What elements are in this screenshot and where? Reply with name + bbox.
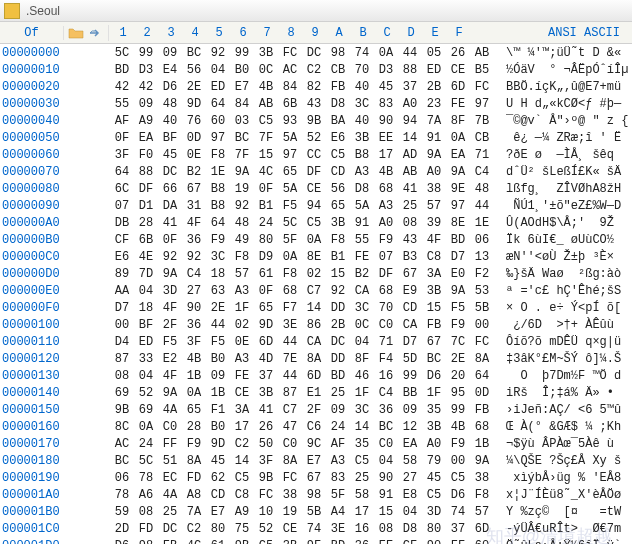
hex-byte[interactable]: CE (230, 386, 254, 400)
hex-byte[interactable]: A6 (134, 488, 158, 502)
hex-byte[interactable]: 68 (374, 284, 398, 298)
hex-byte[interactable]: DA (158, 199, 182, 213)
hex-byte[interactable]: 8E (446, 216, 470, 230)
hex-byte[interactable]: F8 (470, 488, 494, 502)
hex-col-header[interactable]: 3 (159, 26, 183, 40)
hex-byte[interactable]: 9D (182, 97, 206, 111)
hex-byte[interactable]: C5 (422, 488, 446, 502)
hex-byte[interactable]: FE (446, 97, 470, 111)
hex-row[interactable]: 0000009007D1DA31B892B1F594655AA325579744… (0, 197, 632, 214)
hex-byte[interactable]: 35 (422, 403, 446, 417)
hex-byte[interactable]: 7F (230, 148, 254, 162)
offset-cell[interactable]: 00000000 (0, 46, 64, 60)
hex-byte[interactable]: C4 (182, 267, 206, 281)
hex-byte[interactable]: 5A (350, 199, 374, 213)
hex-byte[interactable]: 62 (206, 471, 230, 485)
hex-byte[interactable]: 27 (398, 471, 422, 485)
hex-byte[interactable]: DF (134, 182, 158, 196)
hex-byte[interactable]: 67 (182, 182, 206, 196)
hex-byte[interactable]: CB (470, 131, 494, 145)
hex-byte[interactable]: 47 (278, 420, 302, 434)
hex-byte[interactable]: DD (326, 352, 350, 366)
hex-byte[interactable]: 5C (110, 46, 134, 60)
hex-byte[interactable]: 41 (254, 403, 278, 417)
offset-cell[interactable]: 00000140 (0, 386, 64, 400)
hex-byte[interactable]: 0A (182, 386, 206, 400)
hex-byte[interactable]: D6 (422, 369, 446, 383)
hex-byte[interactable]: 91 (374, 488, 398, 502)
ascii-cell[interactable]: ½ÓäV ° ¬ÂËpÓˆíÎµ (494, 63, 628, 77)
ascii-cell[interactable]: ‡3âK°£M~ŠÝ ô]¼.Š (494, 352, 621, 366)
ascii-cell[interactable]: ›iJeñ:AÇ/ <6 5™û (494, 403, 621, 417)
hex-byte[interactable]: 09 (134, 97, 158, 111)
ascii-cell[interactable]: ª ='c£ hÇ'Êhé;šS (494, 284, 621, 298)
ascii-cell[interactable]: Œ À(° &GÆ$ ¼ ;Kh (494, 420, 621, 434)
hex-byte[interactable]: 9F (302, 539, 326, 545)
hex-byte[interactable]: 4F (422, 233, 446, 247)
hex-byte[interactable]: 74 (302, 522, 326, 536)
hex-byte[interactable]: 86 (302, 318, 326, 332)
hex-row[interactable]: 000000603FF0450EF87F1597CCC5B817AD9AEA71… (0, 146, 632, 163)
ascii-cell[interactable]: xìýbÅ›üg % 'EÅ8 (494, 471, 621, 485)
hex-byte[interactable]: 4F (182, 216, 206, 230)
hex-row[interactable]: 000000E0AA043D2763A30F68C792CA68E93B9A53… (0, 282, 632, 299)
hex-byte[interactable]: 0F (254, 284, 278, 298)
hex-byte[interactable]: 05 (422, 46, 446, 60)
hex-byte[interactable]: E0 (446, 267, 470, 281)
hex-row[interactable]: 000000B0CF6B0F36F949805F0AF855F9434FBD06… (0, 231, 632, 248)
hex-byte[interactable]: B8 (206, 199, 230, 213)
hex-byte[interactable]: 7B (470, 114, 494, 128)
hex-byte[interactable]: 0A (374, 46, 398, 60)
hex-byte[interactable]: 8A (278, 454, 302, 468)
hex-byte[interactable]: 91 (422, 131, 446, 145)
hex-row[interactable]: 000000005C9909BC92993BFCDC98740A440526AB… (0, 44, 632, 61)
hex-byte[interactable]: BD (326, 539, 350, 545)
hex-byte[interactable]: C0 (374, 437, 398, 451)
hex-byte[interactable]: 38 (278, 488, 302, 502)
hex-byte[interactable]: ED (134, 335, 158, 349)
hex-byte[interactable]: 97 (206, 131, 230, 145)
ascii-cell[interactable]: U H d„«kCØ<ƒ #þ— (494, 97, 621, 111)
hex-byte[interactable]: CD (398, 301, 422, 315)
ascii-cell[interactable]: Û(AOdH$\Å;' 9Ž (494, 216, 614, 230)
hex-byte[interactable]: F8 (206, 148, 230, 162)
hex-byte[interactable]: 3C (350, 301, 374, 315)
hex-row[interactable]: 000000D0897D9AC4185761F80215B2DF673AE0F2… (0, 265, 632, 282)
offset-cell[interactable]: 00000020 (0, 80, 64, 94)
hex-byte[interactable]: 9D (206, 437, 230, 451)
hex-byte[interactable]: 50 (254, 437, 278, 451)
hex-byte[interactable]: F2 (470, 267, 494, 281)
hex-byte[interactable]: F5 (206, 335, 230, 349)
ascii-cell[interactable]: × O . e÷ Ý<pÍ õ[ (494, 301, 621, 315)
hex-byte[interactable]: 65 (326, 199, 350, 213)
hex-byte[interactable]: 3E (278, 318, 302, 332)
hex-byte[interactable]: CA (398, 318, 422, 332)
hex-byte[interactable]: 97 (278, 148, 302, 162)
hex-byte[interactable]: 88 (134, 165, 158, 179)
hex-byte[interactable]: 58 (398, 454, 422, 468)
hex-byte[interactable]: 0A (446, 131, 470, 145)
hex-byte[interactable]: 28 (134, 216, 158, 230)
hex-byte[interactable]: 65 (254, 301, 278, 315)
hex-byte[interactable]: 9E (446, 182, 470, 196)
hex-byte[interactable]: EE (374, 131, 398, 145)
offset-cell[interactable]: 00000120 (0, 352, 64, 366)
hex-byte[interactable]: 15 (254, 148, 278, 162)
hex-byte[interactable]: FC (470, 335, 494, 349)
hex-byte[interactable]: BA (326, 114, 350, 128)
hex-row[interactable]: 000001509B694A65F13A41C72F093C36093599FB… (0, 401, 632, 418)
hex-byte[interactable]: 16 (350, 522, 374, 536)
hex-byte[interactable]: 23 (422, 97, 446, 111)
hex-col-header[interactable]: 7 (255, 26, 279, 40)
hex-byte[interactable]: 1E (206, 165, 230, 179)
hex-byte[interactable]: EA (134, 131, 158, 145)
hex-byte[interactable]: 3B (254, 46, 278, 60)
hex-byte[interactable]: 43 (302, 97, 326, 111)
hex-byte[interactable]: 3F (254, 454, 278, 468)
hex-byte[interactable]: 69 (134, 403, 158, 417)
hex-byte[interactable]: 8A (302, 352, 326, 366)
ascii-cell[interactable]: æN''<øÙ Ž±þ ³È× (494, 250, 614, 264)
hex-byte[interactable]: C2 (182, 522, 206, 536)
hex-byte[interactable]: 90 (374, 471, 398, 485)
hex-row[interactable]: 00000110D4EDF53FF50E6D44CADC0471D7677CFC… (0, 333, 632, 350)
